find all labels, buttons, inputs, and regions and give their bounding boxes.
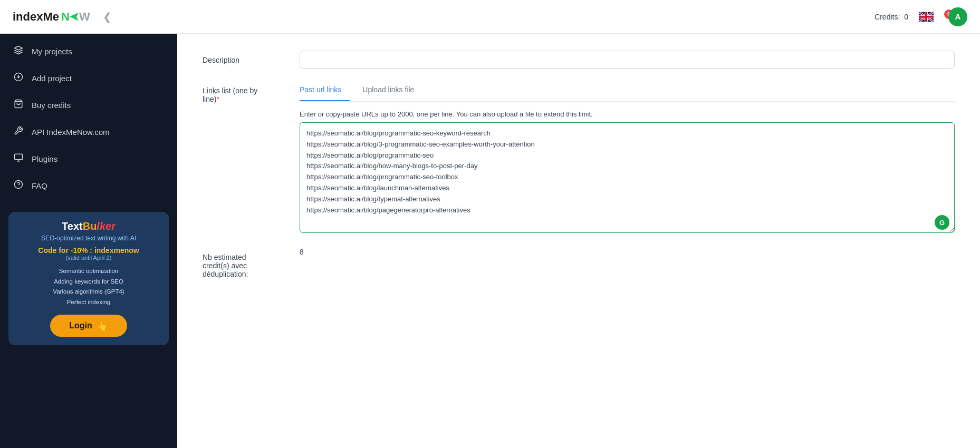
description-row: Description (203, 51, 955, 69)
description-label: Description (203, 51, 287, 64)
sidebar-item-my-projects[interactable]: My projects (0, 38, 177, 65)
logo-n: N (61, 10, 70, 24)
credits-value: 0 (904, 13, 908, 21)
user-avatar[interactable]: A (948, 7, 967, 26)
credits-estimated-label-text: Nb estimatedcredit(s) avecdéduplication: (203, 253, 248, 278)
credits-estimated-label: Nb estimatedcredit(s) avecdéduplication: (203, 248, 287, 278)
logo-text-index: indexMe (13, 10, 59, 24)
main-content: Description Links list (one byline)* Pas… (177, 34, 980, 448)
links-section-row: Links list (one byline)* Past url links … (203, 81, 955, 235)
layers-icon (13, 45, 24, 57)
sidebar-label-plugins: Plugins (32, 154, 57, 163)
tab-upload-links-label: Upload links file (362, 85, 414, 94)
links-form-control: Past url links Upload links file Enter o… (300, 81, 955, 235)
promo-title-text: Text (62, 220, 83, 232)
sidebar-nav: My projects Add project Buy credits API … (0, 34, 177, 203)
sidebar-item-api[interactable]: API IndexMeNow.com (0, 119, 177, 145)
promo-code: Code for -10% : indexmenow (17, 246, 160, 255)
tab-past-url[interactable]: Past url links (300, 81, 350, 101)
sidebar-item-buy-credits[interactable]: Buy credits (0, 92, 177, 119)
tab-upload-links[interactable]: Upload links file (362, 81, 422, 101)
credits-estimated-value: 8 (300, 248, 304, 256)
tool-icon (13, 126, 24, 138)
sidebar-label-faq: FAQ (32, 181, 47, 190)
hand-icon: 👆 (97, 320, 108, 332)
sidebar-item-plugins[interactable]: Plugins (0, 145, 177, 172)
logo: indexMeN➤W (13, 10, 90, 24)
required-asterisk: * (216, 95, 219, 103)
credits-label: Credits: (875, 13, 900, 21)
plus-circle-icon (13, 72, 24, 84)
promo-login-button[interactable]: Login 👆 (50, 315, 127, 337)
monitor-icon (13, 153, 24, 165)
cart-icon (13, 99, 24, 111)
credits-estimated-row: Nb estimatedcredit(s) avecdéduplication:… (203, 248, 955, 278)
avatar-wrapper: 9 A (944, 7, 967, 26)
logo-arrow: ➤ (70, 10, 79, 24)
promo-valid: (valid until April 2) (17, 255, 160, 261)
promo-title: TextBulker (17, 220, 160, 232)
links-help-text: Enter or copy-paste URLs up to 2000, one… (300, 110, 955, 118)
links-label: Links list (one byline) (203, 86, 257, 103)
sidebar-label-add-project: Add project (32, 74, 72, 83)
logo-w: W (79, 10, 90, 24)
credits-display: Credits: 0 (875, 13, 908, 21)
promo-card: TextBulker SEO-optimized text writing wi… (8, 212, 169, 345)
sidebar-label-api: API IndexMeNow.com (32, 128, 110, 137)
sidebar: My projects Add project Buy credits API … (0, 34, 177, 448)
header: indexMeN➤W ❮ Credits: 0 9 A (0, 0, 980, 34)
sidebar-item-add-project[interactable]: Add project (0, 65, 177, 92)
promo-subtitle: SEO-optimized text writing with AI (17, 235, 160, 242)
promo-title-lker: lker (97, 220, 116, 232)
sidebar-label-my-projects: My projects (32, 47, 72, 56)
svg-rect-3 (15, 154, 23, 160)
promo-title-bu: Bu (83, 220, 97, 232)
description-field-wrapper (300, 51, 955, 69)
tabs-container: Past url links Upload links file (300, 81, 955, 102)
promo-login-label: Login (69, 321, 92, 330)
links-textarea[interactable]: https://seomatic.ai/blog/programmatic-se… (300, 122, 955, 233)
textarea-wrapper: https://seomatic.ai/blog/programmatic-se… (300, 122, 955, 235)
tab-past-url-label: Past url links (300, 85, 341, 94)
description-input[interactable] (300, 51, 955, 69)
links-label-wrapper: Links list (one byline)* (203, 81, 287, 103)
help-circle-icon (13, 180, 24, 192)
header-right: Credits: 0 9 A (875, 7, 967, 26)
sidebar-collapse-button[interactable]: ❮ (99, 8, 116, 25)
promo-features: Semantic optimizationAdding keywords for… (17, 266, 160, 307)
language-flag[interactable] (919, 12, 934, 22)
grammarly-icon: G (935, 215, 949, 230)
sidebar-label-buy-credits: Buy credits (32, 101, 71, 110)
layout: My projects Add project Buy credits API … (0, 34, 980, 448)
sidebar-item-faq[interactable]: FAQ (0, 172, 177, 199)
